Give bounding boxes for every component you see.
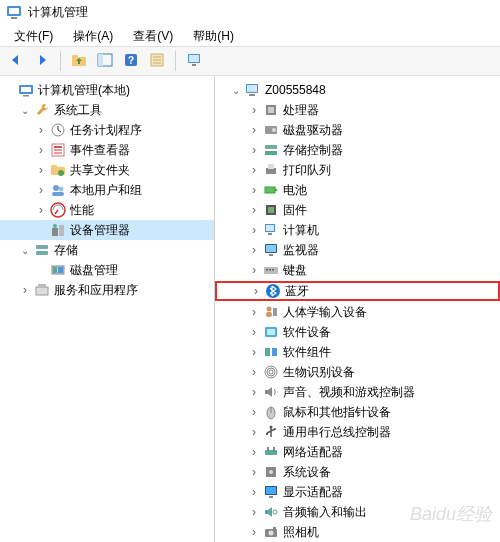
tree-node-performance[interactable]: 性能 xyxy=(0,200,214,220)
svg-rect-34 xyxy=(36,245,48,249)
device-category-cpu[interactable]: 处理器 xyxy=(215,100,500,120)
twisty-icon[interactable] xyxy=(249,284,263,298)
tree-node-system-tools[interactable]: 系统工具 xyxy=(0,100,214,120)
twisty-icon[interactable] xyxy=(34,123,48,137)
svg-rect-80 xyxy=(266,433,268,435)
tree-node-services-apps[interactable]: 服务和应用程序 xyxy=(0,280,214,300)
device-category-soft-comp[interactable]: 软件组件 xyxy=(215,342,500,362)
device-category-soft-dev[interactable]: 软件设备 xyxy=(215,322,500,342)
menu-file[interactable]: 文件(F) xyxy=(4,26,63,44)
battery-icon xyxy=(263,182,279,198)
device-category-printer[interactable]: 打印队列 xyxy=(215,160,500,180)
help-button[interactable]: ? xyxy=(119,49,143,73)
twisty-icon[interactable] xyxy=(247,305,261,319)
twisty-icon[interactable] xyxy=(18,245,32,256)
device-category-system[interactable]: 系统设备 xyxy=(215,462,500,482)
twisty-icon[interactable] xyxy=(247,365,261,379)
tree-node-label: 磁盘管理 xyxy=(70,262,118,279)
device-category-camera[interactable]: 照相机 xyxy=(215,522,500,542)
twisty-icon[interactable] xyxy=(247,263,261,277)
device-category-pc[interactable]: 计算机 xyxy=(215,220,500,240)
tree-node-device-manager[interactable]: 设备管理器 xyxy=(0,220,214,240)
device-category-firmware[interactable]: 固件 xyxy=(215,200,500,220)
twisty-icon[interactable] xyxy=(34,183,48,197)
tree-node-task-scheduler[interactable]: 任务计划程序 xyxy=(0,120,214,140)
twisty-icon[interactable] xyxy=(247,345,261,359)
device-category-keyboard[interactable]: 键盘 xyxy=(215,260,500,280)
twisty-icon[interactable] xyxy=(247,445,261,459)
twisty-icon[interactable] xyxy=(247,505,261,519)
twisty-icon[interactable] xyxy=(247,203,261,217)
up-button[interactable] xyxy=(67,49,91,73)
device-tree-root[interactable]: Z00555848 xyxy=(215,80,500,100)
forward-button[interactable] xyxy=(30,49,54,73)
device-category-display[interactable]: 显示适配器 xyxy=(215,482,500,502)
svg-point-47 xyxy=(272,128,276,132)
tree-node-computer-management[interactable]: 计算机管理(本地) xyxy=(0,80,214,100)
device-category-usb[interactable]: 通用串行总线控制器 xyxy=(215,422,500,442)
menu-bar: 文件(F) 操作(A) 查看(V) 帮助(H) xyxy=(0,24,500,46)
twisty-icon[interactable] xyxy=(247,525,261,539)
svg-rect-6 xyxy=(98,54,103,66)
event-icon xyxy=(50,142,66,158)
svg-rect-83 xyxy=(267,447,269,451)
console-tree[interactable]: 计算机管理(本地) 系统工具 任务计划程序 事件查看器 共享文件夹 本地用户和组… xyxy=(0,80,214,300)
menu-view[interactable]: 查看(V) xyxy=(123,26,183,44)
twisty-icon[interactable] xyxy=(247,325,261,339)
twisty-icon[interactable] xyxy=(34,203,48,217)
twisty-icon[interactable] xyxy=(247,183,261,197)
twisty-icon[interactable] xyxy=(247,385,261,399)
svg-rect-32 xyxy=(59,225,64,236)
twisty-icon[interactable] xyxy=(247,465,261,479)
device-category-battery[interactable]: 电池 xyxy=(215,180,500,200)
twisty-icon[interactable] xyxy=(247,485,261,499)
twisty-icon[interactable] xyxy=(247,123,261,137)
twisty-icon[interactable] xyxy=(229,85,243,96)
computer-management-icon xyxy=(18,82,34,98)
tree-node-label: 计算机管理(本地) xyxy=(38,82,130,99)
twisty-icon[interactable] xyxy=(247,143,261,157)
twisty-icon[interactable] xyxy=(34,143,48,157)
device-tree[interactable]: Z00555848 处理器磁盘驱动器存储控制器打印队列电池固件计算机监视器键盘蓝… xyxy=(215,80,500,542)
device-category-monitor[interactable]: 监视器 xyxy=(215,240,500,260)
menu-help[interactable]: 帮助(H) xyxy=(183,26,244,44)
tree-node-local-users[interactable]: 本地用户和组 xyxy=(0,180,214,200)
device-category-label: 人体学输入设备 xyxy=(283,304,367,321)
refresh-button[interactable] xyxy=(182,49,206,73)
svg-point-76 xyxy=(269,370,273,374)
device-category-storage-ctrl[interactable]: 存储控制器 xyxy=(215,140,500,160)
tree-node-shared-folders[interactable]: 共享文件夹 xyxy=(0,160,214,180)
device-category-sound[interactable]: 声音、视频和游戏控制器 xyxy=(215,382,500,402)
twisty-icon[interactable] xyxy=(34,163,48,177)
twisty-icon[interactable] xyxy=(18,105,32,116)
tree-node-label: 系统工具 xyxy=(54,102,102,119)
twisty-icon[interactable] xyxy=(247,425,261,439)
twisty-icon[interactable] xyxy=(247,243,261,257)
device-category-bluetooth[interactable]: 蓝牙 xyxy=(215,281,500,301)
device-category-mouse[interactable]: 鼠标和其他指针设备 xyxy=(215,402,500,422)
tree-node-disk-management[interactable]: 磁盘管理 xyxy=(0,260,214,280)
twisty-icon[interactable] xyxy=(247,223,261,237)
back-button[interactable] xyxy=(4,49,28,73)
twisty-icon[interactable] xyxy=(247,103,261,117)
device-category-audio-io[interactable]: 音频输入和输出 xyxy=(215,502,500,522)
device-category-hid[interactable]: 人体学输入设备 xyxy=(215,302,500,322)
twisty-icon[interactable] xyxy=(18,283,32,297)
svg-rect-64 xyxy=(269,269,271,271)
svg-rect-53 xyxy=(275,189,277,191)
menu-action[interactable]: 操作(A) xyxy=(63,26,123,44)
audio-io-icon xyxy=(263,504,279,520)
show-hide-tree-button[interactable] xyxy=(93,49,117,73)
svg-rect-88 xyxy=(266,487,276,494)
device-category-label: 计算机 xyxy=(283,222,319,239)
tree-node-event-viewer[interactable]: 事件查看器 xyxy=(0,140,214,160)
twisty-icon[interactable] xyxy=(247,163,261,177)
twisty-icon[interactable] xyxy=(247,405,261,419)
svg-point-90 xyxy=(273,510,277,514)
device-category-biometric[interactable]: 生物识别设备 xyxy=(215,362,500,382)
svg-point-27 xyxy=(53,185,59,191)
device-category-network[interactable]: 网络适配器 xyxy=(215,442,500,462)
tree-node-storage[interactable]: 存储 xyxy=(0,240,214,260)
device-category-disk[interactable]: 磁盘驱动器 xyxy=(215,120,500,140)
properties-button[interactable] xyxy=(145,49,169,73)
